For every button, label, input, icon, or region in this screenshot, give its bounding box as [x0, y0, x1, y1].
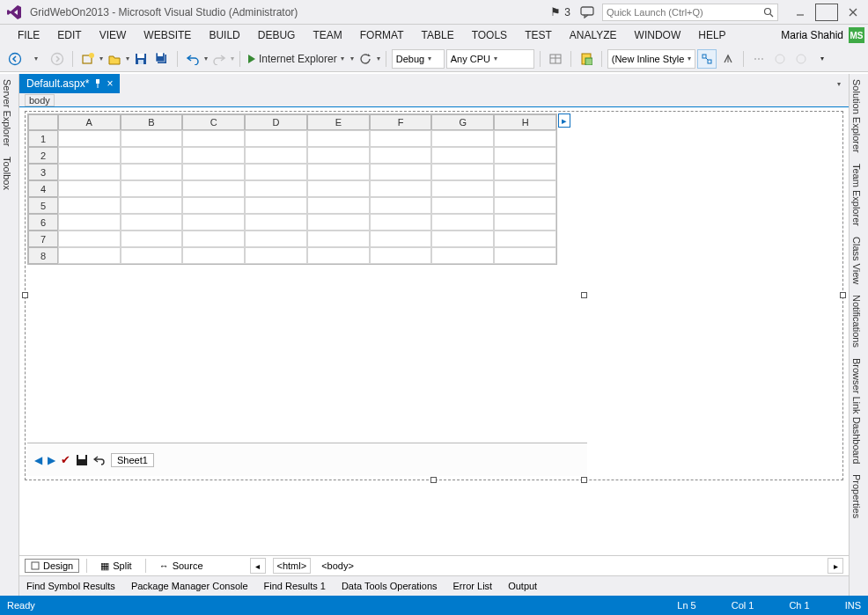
quick-launch[interactable]	[602, 4, 778, 21]
grid-undo-icon[interactable]	[93, 455, 106, 465]
menu-format[interactable]: FORMAT	[351, 25, 413, 46]
col-header[interactable]: B	[121, 114, 183, 130]
menu-file[interactable]: FILE	[9, 25, 48, 46]
row-header[interactable]: 2	[28, 147, 58, 164]
grid-cell[interactable]	[370, 231, 432, 247]
grid-cell[interactable]	[182, 231, 245, 247]
save-button[interactable]	[131, 49, 151, 69]
user-name[interactable]: Maria Shahid	[781, 29, 843, 41]
target-rule-button[interactable]	[697, 49, 717, 69]
toolbar-overflow[interactable]: ▾	[813, 49, 832, 69]
grid-cell[interactable]	[370, 147, 432, 164]
row-header[interactable]: 4	[28, 180, 58, 197]
grid-cell[interactable]	[182, 247, 245, 264]
grid-cell[interactable]	[182, 130, 245, 147]
grid-cell[interactable]	[245, 164, 307, 180]
notifications-indicator[interactable]: ⚑ 3	[550, 5, 570, 18]
grid-cell[interactable]	[370, 214, 432, 231]
format-doc-icon[interactable]	[577, 49, 596, 69]
open-file-button[interactable]	[105, 49, 124, 69]
grid-cell[interactable]	[494, 180, 556, 197]
grid-cell[interactable]	[182, 214, 245, 231]
tab-overflow[interactable]: ▾	[829, 74, 849, 93]
col-header[interactable]: C	[182, 114, 245, 130]
col-header[interactable]: H	[494, 114, 556, 130]
design-surface[interactable]: A B C D E F G H 12345678 ▸ ◀ ▶ ✔ Sheet1	[19, 107, 849, 555]
design-view-button[interactable]: Design	[25, 559, 79, 573]
grid-cell[interactable]	[307, 130, 370, 147]
grid-cell[interactable]	[494, 147, 556, 164]
grid-cell[interactable]	[431, 130, 494, 147]
toolbox-tab[interactable]: Toolbox	[0, 151, 14, 195]
resize-handle[interactable]	[22, 292, 28, 298]
properties-tab[interactable]: Properties	[850, 469, 864, 523]
grid-cell[interactable]	[245, 130, 307, 147]
row-header[interactable]: 1	[28, 130, 58, 147]
solution-config-dropdown[interactable]: Debug▾	[392, 49, 445, 69]
grid-cell[interactable]	[307, 164, 370, 180]
path-body[interactable]: <body>	[318, 558, 357, 574]
new-table-icon[interactable]	[546, 49, 565, 69]
split-view-button[interactable]: ▦ Split	[94, 559, 137, 574]
grid-cell[interactable]	[494, 130, 556, 147]
save-all-button[interactable]	[152, 49, 172, 69]
sheet-prev-icon[interactable]: ◀	[34, 454, 42, 466]
grid-cell[interactable]	[494, 247, 556, 264]
grid-cell[interactable]	[431, 164, 494, 180]
source-view-button[interactable]: ↔ Source	[153, 559, 210, 573]
grid-cell[interactable]	[307, 247, 370, 264]
solution-explorer-tab[interactable]: Solution Explorer	[850, 74, 864, 158]
sheet-next-icon[interactable]: ▶	[48, 454, 55, 466]
grid-cell[interactable]	[58, 231, 121, 247]
smart-tag-icon[interactable]: ▸	[558, 113, 570, 128]
path-nav-next[interactable]: ▸	[828, 558, 843, 574]
package-manager-console-tab[interactable]: Package Manager Console	[131, 581, 248, 591]
menu-build[interactable]: BUILD	[200, 25, 248, 46]
grid-cell[interactable]	[58, 164, 121, 180]
grid-cell[interactable]	[370, 130, 432, 147]
document-tab[interactable]: Default.aspx* ×	[19, 74, 120, 93]
browser-refresh-button[interactable]	[356, 49, 375, 69]
grid-cell[interactable]	[370, 180, 432, 197]
grid-cell[interactable]	[58, 197, 121, 214]
feedback-icon[interactable]	[577, 3, 597, 22]
grid-cell[interactable]	[245, 180, 307, 197]
grid-cell[interactable]	[431, 214, 494, 231]
menu-help[interactable]: HELP	[689, 25, 734, 46]
grid-cell[interactable]	[494, 231, 556, 247]
find-results-1-tab[interactable]: Find Results 1	[264, 581, 326, 591]
close-tab-icon[interactable]: ×	[107, 77, 113, 90]
grid-cell[interactable]	[182, 147, 245, 164]
output-tab[interactable]: Output	[508, 581, 537, 591]
sheet-tab[interactable]: Sheet1	[111, 453, 154, 467]
close-button[interactable]	[842, 4, 864, 21]
grid-cell[interactable]	[121, 180, 183, 197]
path-nav-prev[interactable]: ◂	[250, 558, 266, 574]
menu-team[interactable]: TEAM	[304, 25, 350, 46]
grid-cell[interactable]	[307, 231, 370, 247]
grid-cell[interactable]	[307, 180, 370, 197]
grid-cell[interactable]	[431, 231, 494, 247]
menu-edit[interactable]: EDIT	[48, 25, 90, 46]
grid-cell[interactable]	[121, 231, 183, 247]
grid-cell[interactable]	[58, 147, 121, 164]
grid-cell[interactable]	[307, 197, 370, 214]
row-header[interactable]: 6	[28, 214, 58, 231]
grid-cell[interactable]	[121, 214, 183, 231]
grid-cell[interactable]	[245, 247, 307, 264]
grid-cell[interactable]	[431, 147, 494, 164]
path-html[interactable]: <html>	[273, 558, 312, 574]
menu-view[interactable]: VIEW	[91, 25, 136, 46]
notifications-tab[interactable]: Notifications	[850, 289, 864, 353]
data-tools-operations-tab[interactable]: Data Tools Operations	[342, 581, 438, 591]
grid-cell[interactable]	[370, 197, 432, 214]
server-explorer-tab[interactable]: Server Explorer	[0, 74, 14, 151]
css-style-dropdown[interactable]: (New Inline Style▾	[607, 49, 695, 69]
grid-cell[interactable]	[121, 197, 183, 214]
show-overlay-button[interactable]	[718, 49, 738, 69]
grid-cell[interactable]	[121, 147, 183, 164]
grid-cell[interactable]	[245, 147, 307, 164]
row-header[interactable]: 5	[28, 197, 58, 214]
grid-cell[interactable]	[245, 214, 307, 231]
grid-cell[interactable]	[121, 130, 183, 147]
